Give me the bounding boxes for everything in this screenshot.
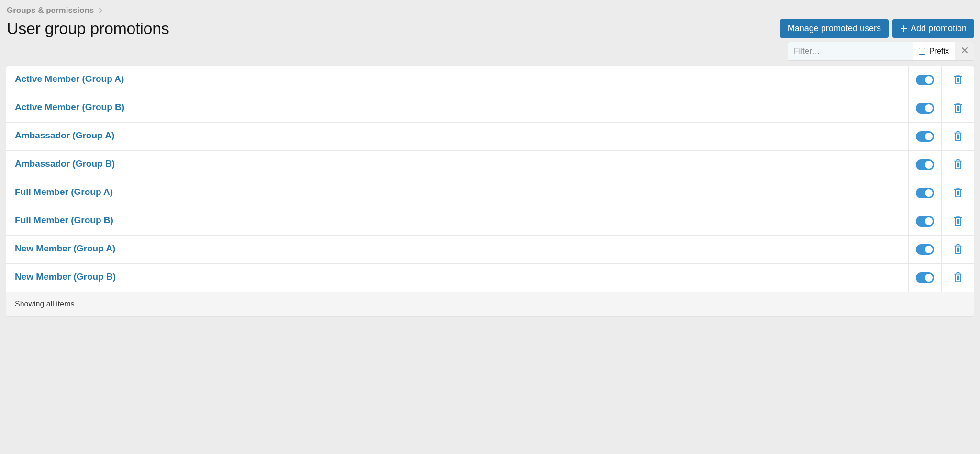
enabled-toggle[interactable] bbox=[916, 272, 934, 283]
trash-icon bbox=[953, 243, 963, 256]
add-promotion-button[interactable]: Add promotion bbox=[892, 19, 974, 38]
promotion-row: New Member (Group B) bbox=[6, 264, 974, 292]
delete-cell bbox=[941, 207, 974, 235]
delete-button[interactable] bbox=[953, 243, 963, 256]
manage-promoted-users-button[interactable]: Manage promoted users bbox=[780, 19, 889, 38]
close-icon bbox=[961, 47, 968, 56]
filter-input[interactable] bbox=[788, 42, 913, 60]
delete-button[interactable] bbox=[953, 215, 963, 228]
delete-button[interactable] bbox=[953, 159, 963, 171]
delete-button[interactable] bbox=[953, 74, 963, 87]
breadcrumb: Groups & permissions bbox=[6, 6, 974, 15]
trash-icon bbox=[953, 215, 963, 228]
promotions-panel: Active Member (Group A)Active Member (Gr… bbox=[6, 66, 974, 317]
promotion-row: Full Member (Group B) bbox=[6, 207, 974, 236]
breadcrumb-parent[interactable]: Groups & permissions bbox=[7, 6, 94, 15]
promotion-title[interactable]: Ambassador (Group B) bbox=[6, 151, 908, 179]
trash-icon bbox=[953, 187, 963, 200]
delete-cell bbox=[941, 236, 974, 263]
promotion-row: Active Member (Group B) bbox=[6, 94, 974, 123]
enabled-toggle[interactable] bbox=[916, 244, 934, 255]
delete-button[interactable] bbox=[953, 130, 963, 143]
promotion-title[interactable]: Active Member (Group A) bbox=[6, 66, 908, 94]
promotion-title[interactable]: Active Member (Group B) bbox=[6, 94, 908, 122]
promotion-row-controls bbox=[908, 236, 974, 263]
enabled-toggle[interactable] bbox=[916, 159, 934, 170]
enabled-toggle[interactable] bbox=[916, 188, 934, 198]
promotion-row: New Member (Group A) bbox=[6, 236, 974, 264]
add-promotion-label: Add promotion bbox=[911, 23, 967, 34]
trash-icon bbox=[953, 102, 963, 115]
enabled-toggle[interactable] bbox=[916, 131, 934, 142]
delete-cell bbox=[941, 123, 974, 150]
promotion-row-controls bbox=[908, 179, 974, 207]
enabled-toggle[interactable] bbox=[916, 103, 934, 114]
promotion-title[interactable]: Full Member (Group B) bbox=[6, 207, 908, 235]
toggle-cell bbox=[909, 151, 941, 179]
trash-icon bbox=[953, 130, 963, 143]
prefix-toggle[interactable]: Prefix bbox=[913, 42, 955, 60]
promotion-row-controls bbox=[908, 207, 974, 235]
manage-promoted-users-label: Manage promoted users bbox=[788, 23, 881, 34]
delete-button[interactable] bbox=[953, 187, 963, 200]
delete-cell bbox=[941, 264, 974, 292]
promotion-row-controls bbox=[908, 66, 974, 94]
promotion-row: Active Member (Group A) bbox=[6, 66, 974, 94]
promotion-title[interactable]: New Member (Group A) bbox=[6, 236, 908, 263]
toggle-cell bbox=[909, 94, 941, 122]
plus-icon bbox=[900, 25, 908, 33]
filter-box: Prefix bbox=[788, 42, 974, 61]
list-footer-status: Showing all items bbox=[6, 292, 974, 316]
promotion-title[interactable]: New Member (Group B) bbox=[6, 264, 908, 292]
trash-icon bbox=[953, 272, 963, 284]
checkbox-icon bbox=[919, 48, 925, 55]
prefix-label: Prefix bbox=[929, 47, 949, 56]
delete-cell bbox=[941, 94, 974, 122]
enabled-toggle[interactable] bbox=[916, 216, 934, 227]
promotion-row: Ambassador (Group A) bbox=[6, 123, 974, 151]
toggle-cell bbox=[909, 123, 941, 150]
toggle-cell bbox=[909, 207, 941, 235]
promotion-row: Full Member (Group A) bbox=[6, 179, 974, 207]
promotion-title[interactable]: Full Member (Group A) bbox=[6, 179, 908, 207]
toggle-cell bbox=[909, 66, 941, 94]
promotion-row: Ambassador (Group B) bbox=[6, 151, 974, 179]
delete-cell bbox=[941, 151, 974, 179]
promotion-row-controls bbox=[908, 94, 974, 122]
promotions-list: Active Member (Group A)Active Member (Gr… bbox=[6, 66, 974, 292]
chevron-right-icon bbox=[99, 7, 103, 14]
promotion-row-controls bbox=[908, 151, 974, 179]
promotion-row-controls bbox=[908, 264, 974, 292]
delete-cell bbox=[941, 179, 974, 207]
delete-cell bbox=[941, 66, 974, 94]
trash-icon bbox=[953, 74, 963, 87]
delete-button[interactable] bbox=[953, 102, 963, 115]
header-actions: Manage promoted users Add promotion bbox=[780, 19, 974, 38]
toggle-cell bbox=[909, 264, 941, 292]
clear-filter-button[interactable] bbox=[955, 42, 974, 60]
enabled-toggle[interactable] bbox=[916, 75, 934, 85]
toggle-cell bbox=[909, 179, 941, 207]
delete-button[interactable] bbox=[953, 272, 963, 284]
trash-icon bbox=[953, 159, 963, 171]
promotion-row-controls bbox=[908, 123, 974, 150]
page-title: User group promotions bbox=[6, 19, 169, 38]
toggle-cell bbox=[909, 236, 941, 263]
promotion-title[interactable]: Ambassador (Group A) bbox=[6, 123, 908, 150]
